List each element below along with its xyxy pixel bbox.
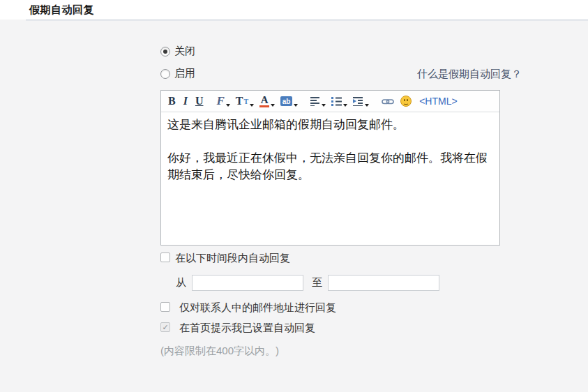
font-color-icon: A (259, 95, 269, 107)
chevron-down-icon (250, 104, 254, 107)
bold-button[interactable]: B (168, 93, 176, 109)
editor-toolbar: B I U F T T A ab (161, 91, 499, 112)
homepage-tip-option: ✓ 在首页提示我已设置自动回复 (160, 322, 315, 335)
list-icon (331, 96, 342, 106)
font-size-button[interactable]: T T (236, 93, 253, 109)
html-source-button[interactable]: <HTML> (419, 93, 457, 109)
contacts-only-checkbox[interactable] (160, 302, 170, 312)
chevron-down-icon (271, 104, 275, 107)
time-range-label: 在以下时间段内自动回复 (175, 252, 290, 265)
chevron-down-icon (226, 104, 230, 107)
chevron-down-icon (322, 104, 326, 107)
highlight-color-button[interactable]: ab (280, 93, 297, 109)
help-link[interactable]: 什么是假期自动回复？ (417, 68, 522, 81)
radio-off[interactable] (160, 47, 170, 56)
radio-row-on: 启用 (160, 67, 195, 80)
radio-off-label: 关闭 (174, 45, 195, 58)
content-limit-note: (内容限制在400字以内。) (160, 345, 279, 358)
to-date-input[interactable] (328, 275, 439, 291)
align-button[interactable] (310, 93, 325, 109)
page-title: 假期自动回复 (29, 3, 94, 17)
emoji-icon (400, 96, 412, 107)
link-icon (382, 98, 394, 105)
header-divider (26, 20, 588, 21)
italic-button[interactable]: I (182, 93, 189, 109)
time-range-checkbox[interactable] (160, 252, 170, 262)
reply-content-textarea[interactable]: 这是来自腾讯企业邮箱的假期自动回复邮件。 你好，我最近正在休假中，无法亲自回复你… (161, 112, 499, 245)
radio-on[interactable] (160, 69, 170, 79)
radio-on-label: 启用 (174, 67, 195, 80)
indent-icon (353, 96, 363, 106)
page-header: 假期自动回复 (0, 0, 588, 20)
contacts-only-option: 仅对联系人中的邮件地址进行回复 (160, 301, 336, 315)
contacts-only-label: 仅对联系人中的邮件地址进行回复 (179, 301, 336, 315)
time-range-fields: 从 至 (176, 275, 439, 291)
from-date-input[interactable] (192, 275, 303, 291)
align-icon (310, 96, 320, 106)
highlight-icon: ab (280, 96, 292, 106)
to-label: 至 (312, 276, 322, 289)
list-button[interactable] (331, 93, 347, 109)
from-label: 从 (176, 276, 186, 289)
vacation-autoreply-settings-page: 假期自动回复 关闭 启用 什么是假期自动回复？ B I U F T T A (0, 0, 588, 392)
time-range-option: 在以下时间段内自动回复 (160, 252, 290, 265)
chevron-down-icon (343, 104, 347, 107)
reply-content-editor: B I U F T T A ab (160, 90, 500, 246)
font-family-button[interactable]: F (216, 93, 229, 109)
homepage-tip-label: 在首页提示我已设置自动回复 (179, 322, 315, 335)
homepage-tip-checkbox[interactable]: ✓ (160, 322, 170, 332)
font-color-button[interactable]: A (259, 93, 274, 109)
insert-emoji-button[interactable] (400, 93, 412, 109)
indent-button[interactable] (353, 93, 368, 109)
insert-link-button[interactable] (382, 93, 394, 109)
chevron-down-icon (294, 104, 298, 107)
underline-button[interactable]: U (195, 93, 204, 109)
chevron-down-icon (365, 104, 369, 107)
radio-row-off: 关闭 (160, 45, 195, 58)
font-family-icon: F (216, 94, 224, 108)
